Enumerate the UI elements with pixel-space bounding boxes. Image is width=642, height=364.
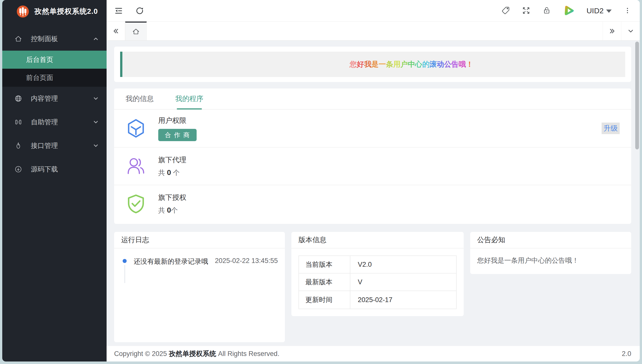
sidebar-item-content-management[interactable]: 内容管理 <box>2 87 107 110</box>
logo-row: 孜然单授权系统2.0 <box>2 0 107 23</box>
run-log-title: 运行日志 <box>114 232 285 248</box>
marquee-char: 是 <box>371 60 379 68</box>
sidebar-item-self-service-management[interactable]: 自助管理 <box>2 110 107 134</box>
sidebar-item-label: 内容管理 <box>31 94 93 103</box>
user-menu[interactable]: UID2 <box>587 7 612 15</box>
marquee-char: ！ <box>466 60 473 68</box>
table-row: 当前版本 V2.0 <box>299 256 456 274</box>
version-table: 当前版本 V2.0 最新版本 V 更新时间 2025-02-17 <box>298 255 457 309</box>
sidebar-item-label: 控制面板 <box>31 34 93 43</box>
scrollbar-thumb[interactable] <box>635 42 639 149</box>
program-row-title: 用户权限 <box>158 116 197 125</box>
tabs-scroll-right-button[interactable] <box>603 22 621 40</box>
footer: Copyright © 2025 孜然单授权系统 All Rights Rese… <box>107 346 640 361</box>
notice-content: 您好我是一条用户中心的公告哦！ <box>470 248 631 274</box>
topbar: UID2 <box>107 0 640 21</box>
notice-title: 公告必知 <box>470 232 631 248</box>
version-row-value: V <box>350 274 456 291</box>
marquee-char: 滚 <box>430 60 437 68</box>
marquee-char: 中 <box>408 60 415 68</box>
log-entry: 还没有最新的登录记录哦 2025-02-22 13:45:55 <box>114 248 285 266</box>
run-log-panel: 运行日志 还没有最新的登录记录哦 2025-02-22 13:45:55 <box>114 232 285 342</box>
marquee-char: 条 <box>386 60 393 68</box>
app-title: 孜然单授权系统2.0 <box>34 7 98 17</box>
download-icon <box>14 165 22 173</box>
my-program-card: 我的信息 我的程序 用户权限 合作商 升级 <box>114 88 631 224</box>
sidebar-item-control-panel[interactable]: 控制面板 <box>2 27 107 51</box>
home-icon <box>14 35 22 43</box>
app-logo-icon <box>17 6 29 18</box>
log-message: 还没有最新的登录记录哦 <box>134 257 208 266</box>
tabs-scroll-left-button[interactable] <box>107 22 125 40</box>
version-row-label: 更新时间 <box>299 291 350 309</box>
sidebar-item-label: 自助管理 <box>31 118 93 127</box>
globe-icon <box>14 95 22 103</box>
announcement-marquee: 您好我是一条用户中心的滚动公告哦！ <box>350 59 473 69</box>
version-info-panel: 版本信息 当前版本 V2.0 最新版本 V 更新时间 <box>291 232 464 316</box>
chevron-down-icon <box>93 142 99 149</box>
sidebar-item-api-management[interactable]: 接口管理 <box>2 134 107 157</box>
chevron-down-icon <box>93 119 99 125</box>
announcement-banner: 您好我是一条用户中心的滚动公告哦！ <box>120 52 625 77</box>
agent-count: 共 0 个 <box>158 168 186 177</box>
program-row-title: 旗下授权 <box>158 193 186 202</box>
tab-my-program[interactable]: 我的程序 <box>175 88 203 109</box>
columns-icon <box>14 118 22 126</box>
version-row-label: 最新版本 <box>299 274 350 291</box>
fullscreen-icon[interactable] <box>522 6 531 15</box>
sidebar-item-label: 接口管理 <box>31 141 93 150</box>
user-avatar[interactable] <box>563 5 575 17</box>
marquee-char: 公 <box>444 60 451 68</box>
table-row: 更新时间 2025-02-17 <box>299 291 456 309</box>
log-timestamp: 2025-02-22 13:45:55 <box>215 257 278 265</box>
sidebar-menu: 控制面板 后台首页 前台页面 内容管理 <box>2 27 107 181</box>
program-row-title: 旗下代理 <box>158 155 186 165</box>
upgrade-link[interactable]: 升级 <box>602 123 620 134</box>
tab-home[interactable] <box>125 22 147 40</box>
marquee-char: 户 <box>400 60 408 68</box>
marquee-char: 心 <box>415 60 422 68</box>
shield-check-icon <box>126 194 146 214</box>
marquee-char: 好 <box>357 60 364 68</box>
timeline-line <box>124 265 125 283</box>
app-window: 孜然单授权系统2.0 控制面板 后台首页 前台页面 <box>2 0 640 361</box>
kebab-menu-icon[interactable] <box>623 6 632 15</box>
user-id-label: UID2 <box>587 7 604 15</box>
program-row-authorizations: 旗下授权 共 0个 <box>114 185 631 222</box>
notice-panel: 公告必知 您好我是一条用户中心的公告哦！ <box>470 232 631 274</box>
caret-down-icon <box>606 10 612 13</box>
marquee-char: 一 <box>379 60 386 68</box>
tab-my-info[interactable]: 我的信息 <box>126 88 154 109</box>
content-area: 您好我是一条用户中心的滚动公告哦！ 我的信息 我的程序 用户权限 <box>107 41 640 361</box>
timeline-dot-icon <box>123 259 127 263</box>
flame-icon <box>14 142 22 150</box>
authorization-count: 共 0个 <box>158 206 186 215</box>
collapse-sidebar-icon[interactable] <box>114 6 123 15</box>
chevron-up-icon <box>93 36 99 42</box>
marquee-char: 哦 <box>459 60 466 68</box>
lock-icon[interactable] <box>542 6 551 15</box>
main-area: UID2 <box>107 0 640 361</box>
version-row-value: 2025-02-17 <box>350 291 456 309</box>
sidebar-item-label: 前台页面 <box>26 73 53 82</box>
tabbar-spacer <box>147 22 603 40</box>
sidebar-item-source-download[interactable]: 源码下载 <box>2 157 107 181</box>
tag-icon[interactable] <box>501 6 510 15</box>
bottom-panels: 运行日志 还没有最新的登录记录哦 2025-02-22 13:45:55 版本信… <box>114 232 631 342</box>
marquee-char: 用 <box>393 60 400 68</box>
version-row-value: V2.0 <box>350 256 456 273</box>
partner-badge: 合作商 <box>158 129 197 141</box>
tabs-menu-button[interactable] <box>621 22 640 40</box>
footer-version: 2.0 <box>622 350 631 358</box>
program-tabs: 我的信息 我的程序 <box>114 88 631 110</box>
refresh-icon[interactable] <box>135 6 144 15</box>
tabbar <box>107 21 640 41</box>
sidebar-item-label: 后台首页 <box>26 55 53 64</box>
sidebar-submenu: 后台首页 前台页面 <box>2 51 107 87</box>
users-icon <box>126 156 146 176</box>
marquee-char: 动 <box>437 60 444 68</box>
marquee-char: 的 <box>422 60 430 68</box>
sidebar-item-backend-home[interactable]: 后台首页 <box>2 51 107 69</box>
chevron-down-icon <box>93 95 99 102</box>
sidebar-item-frontend-page[interactable]: 前台页面 <box>2 69 107 87</box>
